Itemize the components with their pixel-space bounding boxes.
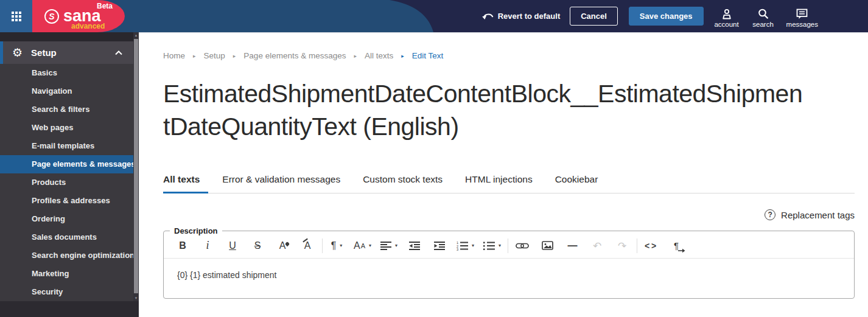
messages-label: messages <box>786 21 818 28</box>
outdent-icon <box>409 242 420 250</box>
sidebar: ⚙ Setup Basics Navigation Search & filte… <box>0 32 139 317</box>
sidebar-item-profiles-addresses[interactable]: Profiles & addresses <box>0 192 133 210</box>
sidebar-section-setup[interactable]: ⚙ Setup <box>0 41 139 64</box>
breadcrumb-setup[interactable]: Setup <box>204 51 225 60</box>
description-text: {0} {1} estimated shipment <box>177 270 276 280</box>
font-size-button[interactable]: AA▾ <box>354 238 371 254</box>
content-area: Home ▸ Setup ▸ Page elements & messages … <box>139 32 868 317</box>
toolbar-divider <box>322 239 323 253</box>
sidebar-item-basics[interactable]: Basics <box>0 64 133 82</box>
horizontal-rule-button[interactable]: — <box>564 238 580 254</box>
gear-icon: ⚙ <box>12 47 23 58</box>
sidebar-section-label: Setup <box>31 47 57 58</box>
bold-button[interactable]: B <box>175 238 191 254</box>
help-circle-icon: ? <box>765 209 775 220</box>
description-editor: Description B i U S A A ¶▾ <box>163 226 855 299</box>
scroll-up-icon[interactable]: ▲ <box>133 33 139 37</box>
rich-text-toolbar: B i U S A A ¶▾ AA▾ <box>164 235 854 259</box>
ordered-list-button[interactable]: 1 2 3 ▾ <box>457 238 474 254</box>
clear-formatting-button[interactable]: A <box>299 238 315 254</box>
svg-text:3: 3 <box>457 248 458 251</box>
tab-html-injections[interactable]: HTML injections <box>465 174 533 185</box>
caret-down-icon: ▾ <box>395 243 397 248</box>
breadcrumb-page-elements[interactable]: Page elements & messages <box>243 51 346 60</box>
sidebar-item-search-filters[interactable]: Search & filters <box>0 100 133 119</box>
undo-arrow-icon <box>481 12 494 21</box>
replacement-tags-link[interactable]: ? Replacement tags <box>163 209 855 220</box>
paragraph-format-button[interactable]: ¶▾ <box>329 238 345 254</box>
tab-cookiebar[interactable]: Cookiebar <box>555 174 598 185</box>
sana-logo: Beta S sana advanced <box>32 0 125 32</box>
cancel-button[interactable]: Cancel <box>570 7 618 26</box>
sana-logo-icon: S <box>44 9 59 24</box>
sidebar-item-sales-documents[interactable]: Sales documents <box>0 228 133 246</box>
tab-all-texts[interactable]: All texts <box>163 174 200 185</box>
account-button[interactable]: account <box>713 8 740 28</box>
search-button[interactable]: search <box>750 8 777 28</box>
redo-button[interactable]: ↷ <box>614 238 630 254</box>
underline-button[interactable]: U <box>225 238 240 254</box>
arrow-right-icon <box>678 248 685 254</box>
text-direction-button[interactable]: ¶ <box>668 238 684 254</box>
indent-icon <box>434 242 445 250</box>
tab-custom-stock-texts[interactable]: Custom stock texts <box>363 174 443 185</box>
toolbar-divider <box>637 239 637 253</box>
unordered-list-button[interactable]: ▾ <box>483 238 501 254</box>
tab-bar: All texts Error & validation messages Cu… <box>163 167 855 193</box>
breadcrumb-separator-icon: ▸ <box>233 53 236 59</box>
color-droplet-icon <box>285 241 290 246</box>
save-changes-button[interactable]: Save changes <box>629 7 704 26</box>
sidebar-filler <box>0 301 139 317</box>
caret-down-icon: ▾ <box>369 243 371 248</box>
description-text-area[interactable]: {0} {1} estimated shipment <box>164 259 854 298</box>
revert-to-default-button[interactable]: Revert to default <box>481 12 561 21</box>
account-icon <box>721 8 733 20</box>
page-title: EstimatedShipmentDateContentBlock__Estim… <box>163 77 805 143</box>
topbar-actions: Revert to default Cancel Save changes ac… <box>481 0 818 32</box>
slash-icon <box>303 238 307 242</box>
align-button[interactable]: ▾ <box>380 238 397 254</box>
chevron-up-icon <box>114 51 123 55</box>
caret-down-icon: ▾ <box>499 243 501 248</box>
search-label: search <box>752 21 774 28</box>
indent-button[interactable] <box>432 238 447 254</box>
sidebar-item-ordering[interactable]: Ordering <box>0 210 133 228</box>
caret-down-icon: ▾ <box>340 243 342 248</box>
sidebar-item-web-pages[interactable]: Web pages <box>0 119 133 137</box>
brand-tagline: advanced <box>71 22 105 30</box>
code-view-button[interactable]: <> <box>643 238 659 254</box>
topbar: Beta S sana advanced Revert to default C… <box>0 0 868 32</box>
revert-label: Revert to default <box>498 12 561 21</box>
sidebar-item-page-elements-messages[interactable]: Page elements & messages <box>0 155 133 173</box>
sidebar-item-security[interactable]: Security <box>0 283 133 301</box>
account-label: account <box>714 21 738 28</box>
sidebar-item-seo[interactable]: Search engine optimization <box>0 246 133 265</box>
tab-error-validation-messages[interactable]: Error & validation messages <box>222 174 340 185</box>
strikethrough-button[interactable]: S <box>250 238 265 254</box>
italic-button[interactable]: i <box>200 238 215 254</box>
align-left-icon <box>380 242 391 250</box>
undo-button[interactable]: ↶ <box>589 238 605 254</box>
apps-grid-icon <box>12 12 21 21</box>
sidebar-item-products[interactable]: Products <box>0 173 133 192</box>
app-launcher-button[interactable] <box>0 0 32 32</box>
image-icon <box>542 241 553 250</box>
app-window: Beta S sana advanced Revert to default C… <box>0 0 868 317</box>
scroll-down-icon[interactable]: ▼ <box>133 296 139 300</box>
sidebar-scrollbar[interactable]: ▲ ▼ <box>133 32 139 301</box>
outdent-button[interactable] <box>407 238 422 254</box>
breadcrumb-home[interactable]: Home <box>163 51 185 60</box>
messages-icon <box>796 8 808 20</box>
messages-button[interactable]: messages <box>786 8 818 28</box>
insert-link-button[interactable] <box>514 238 530 254</box>
sidebar-item-navigation[interactable]: Navigation <box>0 82 133 100</box>
sidebar-item-marketing[interactable]: Marketing <box>0 265 133 283</box>
breadcrumb-all-texts[interactable]: All texts <box>365 51 393 60</box>
breadcrumb-separator-icon: ▸ <box>354 53 357 59</box>
font-color-button[interactable]: A <box>275 238 290 254</box>
breadcrumb-current: Edit Text <box>412 51 444 60</box>
scrollbar-thumb[interactable] <box>134 39 138 293</box>
insert-image-button[interactable] <box>539 238 555 254</box>
sidebar-item-email-templates[interactable]: E-mail templates <box>0 137 133 155</box>
caret-down-icon: ▾ <box>472 243 474 248</box>
